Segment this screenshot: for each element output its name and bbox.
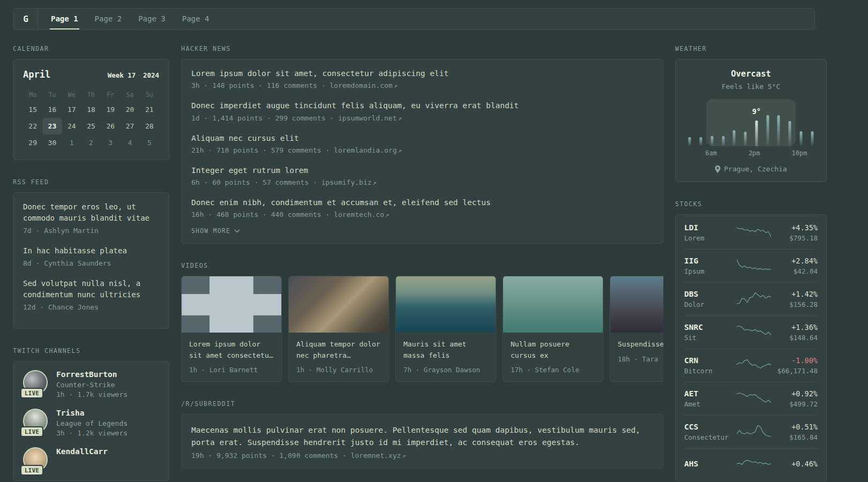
stock-symbol[interactable]: IIG bbox=[684, 257, 736, 265]
story-title[interactable]: Integer eget rutrum lorem bbox=[191, 165, 653, 176]
stock-symbol[interactable]: AET bbox=[684, 389, 736, 398]
stock-sparkline bbox=[737, 257, 771, 275]
video-card: Nullam posuere cursus ex 17h · Stefan Co… bbox=[503, 276, 603, 381]
channel-meta: 3h · 1.2k viewers bbox=[56, 429, 128, 437]
video-title[interactable]: Suspendisse diam bbox=[618, 339, 663, 350]
app-logo[interactable]: G bbox=[13, 9, 39, 29]
stock-symbol[interactable]: DBS bbox=[684, 290, 736, 298]
hackernews-section-title: HACKER NEWS bbox=[181, 45, 663, 52]
calendar-day[interactable]: 3 bbox=[101, 134, 120, 151]
page-tab[interactable]: Page 3 bbox=[137, 9, 167, 29]
stock-symbol[interactable]: AHS bbox=[684, 460, 736, 468]
video-thumbnail[interactable] bbox=[289, 276, 388, 333]
twitch-channel-row: LIVE KendallCarr bbox=[23, 447, 159, 472]
calendar-day[interactable]: 25 bbox=[81, 118, 101, 134]
story-title[interactable]: Donec enim nibh, condimentum et accumsan… bbox=[191, 197, 653, 208]
rss-item: Sed volutpat nulla nisl, a condimentum n… bbox=[23, 278, 159, 311]
story-meta[interactable]: 6h · 60 points · 57 comments · ipsumify.… bbox=[191, 178, 653, 186]
rss-item-title[interactable]: Sed volutpat nulla nisl, a condimentum n… bbox=[23, 278, 159, 300]
external-link-icon: ↗ bbox=[401, 452, 406, 460]
video-thumbnail[interactable] bbox=[610, 276, 663, 333]
calendar-day[interactable]: 4 bbox=[120, 134, 139, 151]
channel-name[interactable]: ForrestBurton bbox=[56, 370, 128, 379]
calendar-day[interactable]: 21 bbox=[140, 101, 159, 118]
external-link-icon: ↗ bbox=[397, 115, 402, 122]
weather-hour-labels: 6am2pm10pm bbox=[684, 149, 818, 157]
calendar-day[interactable]: 27 bbox=[120, 118, 139, 134]
stock-symbol[interactable]: LDI bbox=[684, 223, 736, 232]
stock-sparkline bbox=[737, 224, 771, 242]
video-title[interactable]: Mauris sit amet massa felis bbox=[403, 339, 488, 360]
calendar-day[interactable]: 16 bbox=[42, 101, 62, 118]
calendar-day[interactable]: 5 bbox=[140, 134, 159, 151]
stock-name: Ipsum bbox=[684, 267, 736, 275]
live-badge: LIVE bbox=[20, 465, 43, 476]
rss-item-title[interactable]: Donec tempor eros leo, ut commodo mauris… bbox=[23, 201, 159, 224]
videos-section: VIDEOS Lorem ipsum dolor sit amet consec… bbox=[181, 262, 663, 381]
calendar-day[interactable]: 28 bbox=[140, 118, 159, 134]
calendar-day[interactable]: 30 bbox=[42, 134, 62, 151]
stock-values: +0.51% $165.84 bbox=[772, 423, 818, 441]
weekday-label: Fr bbox=[101, 88, 120, 101]
post-meta[interactable]: 19h · 9,932 points · 1,090 comments · lo… bbox=[191, 451, 653, 460]
calendar-month: April bbox=[23, 69, 50, 80]
stock-symbol[interactable]: SNRC bbox=[684, 323, 736, 332]
channel-name[interactable]: KendallCarr bbox=[56, 447, 108, 456]
story-meta[interactable]: 21h · 710 points · 579 comments · loreml… bbox=[191, 146, 653, 154]
story-meta[interactable]: 3h · 148 points · 116 comments · loremdo… bbox=[191, 81, 653, 89]
channel-category: League of Legends bbox=[56, 419, 128, 427]
calendar-day[interactable]: 26 bbox=[101, 118, 120, 134]
calendar-header: April Week 17·2024 bbox=[23, 69, 159, 80]
story-title[interactable]: Donec imperdiet augue tincidunt felis al… bbox=[191, 100, 653, 111]
weekday-label: Th bbox=[81, 88, 101, 101]
page-tab[interactable]: Page 1 bbox=[50, 9, 79, 29]
channel-name[interactable]: Trisha bbox=[56, 409, 128, 417]
calendar-day[interactable]: 22 bbox=[23, 118, 42, 134]
rss-item-title[interactable]: In hac habitasse platea bbox=[23, 245, 159, 257]
show-more-button[interactable]: SHOW MORE bbox=[191, 227, 240, 235]
calendar-day[interactable]: 1 bbox=[62, 134, 81, 151]
video-thumbnail[interactable] bbox=[396, 276, 496, 333]
story-meta[interactable]: 16h · 468 points · 440 comments · loremt… bbox=[191, 210, 653, 219]
calendar-day[interactable]: 24 bbox=[62, 118, 81, 134]
video-title[interactable]: Nullam posuere cursus ex bbox=[511, 339, 595, 360]
video-title[interactable]: Aliquam tempor dolor nec pharetra… bbox=[296, 339, 381, 360]
stock-row: SNRC Sit +1.36% $148.64 bbox=[684, 315, 818, 349]
weather-hour-slot: 9° bbox=[751, 99, 762, 146]
stocks-section-title: STOCKS bbox=[675, 200, 827, 208]
video-title[interactable]: Lorem ipsum dolor sit amet consectetu… bbox=[189, 339, 274, 360]
video-thumbnail[interactable] bbox=[503, 276, 603, 333]
video-card: Suspendisse diam 18h · Tara bbox=[610, 276, 663, 381]
weather-location[interactable]: Prague, Czechia bbox=[684, 165, 818, 173]
stock-identity: SNRC Sit bbox=[684, 323, 736, 342]
stock-identity: DBS Dolor bbox=[684, 290, 736, 308]
calendar-day[interactable]: 23 bbox=[42, 118, 62, 134]
calendar-day[interactable]: 15 bbox=[23, 101, 42, 118]
calendar-day[interactable]: 19 bbox=[101, 101, 120, 118]
stock-sparkline bbox=[737, 390, 771, 408]
rss-item: In hac habitasse platea 8d · Cynthia Sau… bbox=[23, 245, 159, 267]
calendar-day[interactable]: 20 bbox=[120, 101, 139, 118]
rss-section-title: RSS FEED bbox=[13, 178, 169, 186]
hackernews-item: Integer eget rutrum lorem 6h · 60 points… bbox=[191, 165, 653, 186]
stock-values: -1.00% $66,171.48 bbox=[772, 356, 818, 375]
story-meta[interactable]: 1d · 1,414 points · 299 comments · ipsum… bbox=[191, 114, 653, 122]
video-thumbnail[interactable] bbox=[182, 276, 281, 333]
story-title[interactable]: Lorem ipsum dolor sit amet, consectetur … bbox=[191, 68, 653, 79]
story-title[interactable]: Aliquam nec cursus elit bbox=[191, 133, 653, 144]
page-tab[interactable]: Page 2 bbox=[94, 9, 123, 29]
stock-symbol[interactable]: CRN bbox=[684, 356, 736, 365]
video-meta: 1h · Lori Barnett bbox=[189, 366, 274, 374]
post-title[interactable]: Maecenas mollis pulvinar erat non posuer… bbox=[191, 424, 653, 449]
stock-symbol[interactable]: CCS bbox=[684, 423, 736, 431]
hour-label bbox=[695, 149, 706, 157]
hackernews-section: HACKER NEWS Lorem ipsum dolor sit amet, … bbox=[181, 45, 663, 244]
calendar-day[interactable]: 17 bbox=[62, 101, 81, 118]
calendar-day[interactable]: 18 bbox=[81, 101, 101, 118]
calendar-day[interactable]: 2 bbox=[81, 134, 101, 151]
hackernews-item: Aliquam nec cursus elit 21h · 710 points… bbox=[191, 133, 653, 154]
calendar-day[interactable]: 29 bbox=[23, 134, 42, 151]
page-tab[interactable]: Page 4 bbox=[181, 9, 211, 29]
rss-widget: Donec tempor eros leo, ut commodo mauris… bbox=[13, 192, 169, 329]
weather-hour-slot bbox=[806, 99, 818, 146]
